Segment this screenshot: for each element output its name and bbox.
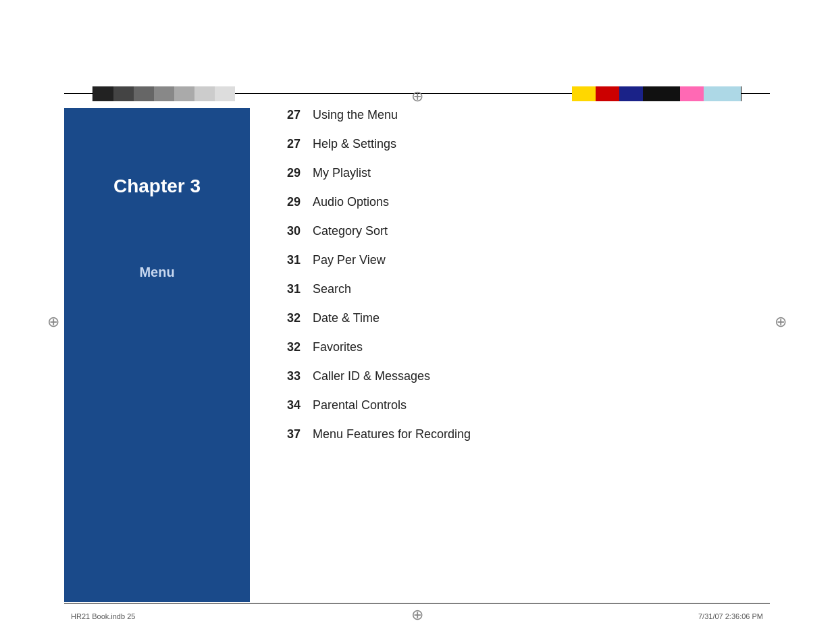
toc-number-5: 31 [270,253,301,267]
toc-number-6: 31 [270,282,301,296]
bar-2 [113,86,134,101]
crosshair-top: ⊕ [411,88,423,105]
toc-label-2: My Playlist [313,166,371,180]
toc-number-4: 30 [270,224,301,238]
toc-label-4: Category Sort [313,224,388,238]
toc-label-10: Parental Controls [313,398,407,412]
toc-row-0: 27 Using the Menu [270,108,699,122]
toc-row-1: 27 Help & Settings [270,137,699,151]
toc-row-2: 29 My Playlist [270,166,699,180]
toc-label-9: Caller ID & Messages [313,369,430,383]
rbar-7 [704,86,741,101]
toc-label-7: Date & Time [313,311,380,325]
rbar-6 [680,86,704,101]
toc-label-0: Using the Menu [313,108,398,122]
rbar-5 [667,86,680,101]
right-color-bars [572,86,741,101]
bar-1 [93,86,113,101]
vline-left-bars [93,86,93,101]
toc-row-9: 33 Caller ID & Messages [270,369,699,383]
footer-file-info: HR21 Book.indb 25 [71,612,135,620]
toc-label-3: Audio Options [313,195,389,209]
bar-5 [174,86,194,101]
toc-row-10: 34 Parental Controls [270,398,699,412]
left-color-bars [93,86,235,101]
rbar-1 [572,86,596,101]
bottom-rule [64,603,770,603]
toc-content: 27 Using the Menu 27 Help & Settings 29 … [270,108,699,456]
footer: HR21 Book.indb 25 7/31/07 2:36:06 PM [71,612,763,620]
rbar-3 [619,86,643,101]
toc-row-6: 31 Search [270,282,699,296]
toc-number-3: 29 [270,195,301,209]
toc-number-10: 34 [270,398,301,412]
bar-6 [194,86,215,101]
toc-label-5: Pay Per View [313,253,386,267]
vline-right-bars [741,86,741,101]
footer-date-info: 7/31/07 2:36:06 PM [698,612,763,620]
chapter-title: Chapter 3 [113,176,201,197]
menu-subtitle: Menu [139,265,174,280]
toc-label-8: Favorites [313,340,363,354]
rbar-2 [596,86,619,101]
toc-label-1: Help & Settings [313,137,396,151]
toc-number-8: 32 [270,340,301,354]
toc-number-0: 27 [270,108,301,122]
toc-number-7: 32 [270,311,301,325]
toc-row-5: 31 Pay Per View [270,253,699,267]
toc-row-11: 37 Menu Features for Recording [270,427,699,441]
bar-7 [215,86,235,101]
toc-row-7: 32 Date & Time [270,311,699,325]
toc-number-11: 37 [270,427,301,441]
bar-4 [154,86,174,101]
toc-row-4: 30 Category Sort [270,224,699,238]
toc-row-3: 29 Audio Options [270,195,699,209]
crosshair-left: ⊕ [47,313,59,331]
toc-number-2: 29 [270,166,301,180]
toc-label-11: Menu Features for Recording [313,427,471,441]
crosshair-right: ⊕ [775,313,787,331]
toc-row-8: 32 Favorites [270,340,699,354]
sidebar: Chapter 3 Menu [64,108,250,602]
toc-label-6: Search [313,282,351,296]
toc-number-1: 27 [270,137,301,151]
rbar-4 [643,86,667,101]
bar-3 [134,86,154,101]
toc-number-9: 33 [270,369,301,383]
